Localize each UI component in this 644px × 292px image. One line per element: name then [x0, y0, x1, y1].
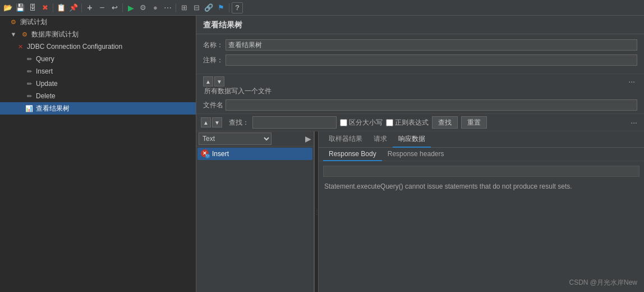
- sidebar-item-update[interactable]: ✏ Update: [0, 77, 196, 90]
- sidebar-jdbc-label: JDBC Connection Configuration: [27, 43, 122, 51]
- result-tree-icon: 📊: [25, 104, 34, 113]
- save-all-icon[interactable]: 🗄: [27, 2, 38, 13]
- sidebar-root-label: 测试计划: [20, 17, 47, 27]
- tab-sampler-results[interactable]: 取样器结果: [323, 131, 368, 148]
- left-panel-content: ✕ 🛡 Insert: [196, 147, 314, 292]
- tab-response-data[interactable]: 响应数据: [393, 131, 431, 148]
- open-icon[interactable]: 📂: [2, 2, 13, 13]
- name-label: 名称：: [203, 40, 226, 50]
- stop-icon[interactable]: ✖: [39, 2, 50, 13]
- search-label: 查找：: [229, 118, 249, 127]
- sidebar-item-insert[interactable]: ✏ Insert: [0, 65, 196, 77]
- copy-icon[interactable]: 📋: [56, 2, 67, 13]
- sep3: [122, 3, 123, 12]
- filename-label: 文件名: [203, 101, 226, 110]
- search-more-btn[interactable]: ···: [628, 118, 640, 127]
- comment-input[interactable]: [226, 54, 637, 66]
- sidebar-item-jdbc[interactable]: ✕ JDBC Connection Configuration: [0, 40, 196, 53]
- sep5: [229, 3, 229, 12]
- result-item-insert[interactable]: ✕ 🛡 Insert: [197, 148, 312, 160]
- regex-label[interactable]: 正则表达式: [386, 118, 429, 127]
- note-more-btn[interactable]: ···: [626, 77, 637, 86]
- sub-tabs-row: Response Body Response headers: [319, 148, 644, 161]
- sep2: [81, 3, 82, 12]
- left-panel-arrow-icon: ▶: [305, 134, 311, 143]
- delete-icon: ✏: [25, 92, 34, 101]
- dots-icon[interactable]: ⋯: [162, 2, 173, 13]
- sidebar-item-result-tree[interactable]: 📊 查看结果树: [0, 102, 196, 115]
- note-text: 所有数据写入一个文件: [203, 86, 637, 96]
- note-toolbar-left: ▲ ▼: [203, 76, 224, 86]
- comment-label: 注释：: [203, 56, 226, 65]
- comment-row: 注释：: [203, 54, 637, 66]
- left-panel-toolbar: Text RegExp Tester CSS/JQuery Tester XPa…: [196, 131, 314, 147]
- help-icon[interactable]: ?: [232, 2, 243, 13]
- query-icon: ✏: [25, 54, 34, 63]
- jdbc-icon: ✕: [16, 42, 25, 51]
- sidebar-db-plan-label: 数据库测试计划: [31, 30, 79, 39]
- down-arrow-btn[interactable]: ▼: [214, 76, 224, 86]
- main-layout: ⚙ 测试计划 ▼ ⚙ 数据库测试计划 ✕ JDBC Connection Con…: [0, 16, 644, 292]
- filename-input[interactable]: [226, 99, 637, 111]
- content-area: 查看结果树 名称： 注释： ▲ ▼ ··· 所有数据写入一个文件: [196, 16, 644, 292]
- tab-request[interactable]: 请求: [368, 131, 393, 148]
- response-error-text: Statement.executeQuery() cannot issue st…: [323, 180, 640, 193]
- save-icon[interactable]: 💾: [15, 2, 26, 13]
- test-plan-icon: ⚙: [9, 17, 18, 26]
- form-area: 名称： 注释：: [196, 34, 644, 74]
- circle-icon[interactable]: ●: [150, 2, 161, 13]
- search-up-btn[interactable]: ▲: [201, 117, 211, 127]
- run-icon[interactable]: ▶: [125, 2, 136, 13]
- sep4: [176, 3, 176, 12]
- toolbar: 📂 💾 🗄 ✖ 📋 📌 + − ↩ ▶ ⚙ ● ⋯ ⊞ ⊟ 🔗 ⚑ ?: [0, 0, 644, 16]
- search-down-btn[interactable]: ▼: [212, 117, 222, 127]
- paste-icon[interactable]: 📌: [68, 2, 79, 13]
- insert-icon: ✏: [25, 67, 34, 76]
- db-plan-icon: ⚙: [20, 30, 29, 39]
- grid-icon[interactable]: ⊟: [191, 2, 202, 13]
- sep1: [53, 3, 53, 12]
- content-title: 查看结果树: [196, 16, 644, 34]
- link-icon[interactable]: 🔗: [203, 2, 214, 13]
- name-input[interactable]: [226, 39, 637, 51]
- case-sensitive-checkbox[interactable]: [340, 119, 347, 126]
- reset-button[interactable]: 重置: [461, 116, 487, 129]
- flag-icon[interactable]: ⚑: [215, 2, 227, 13]
- sidebar-item-db-plan[interactable]: ▼ ⚙ 数据库测试计划: [0, 28, 196, 40]
- regex-checkbox[interactable]: [386, 119, 393, 126]
- up-arrow-btn[interactable]: ▲: [203, 76, 213, 86]
- sidebar-item-delete[interactable]: ✏ Delete: [0, 90, 196, 102]
- search-input[interactable]: [252, 116, 337, 129]
- sidebar-query-label: Query: [36, 55, 54, 63]
- left-panel: Text RegExp Tester CSS/JQuery Tester XPa…: [196, 131, 314, 292]
- sidebar: ⚙ 测试计划 ▼ ⚙ 数据库测试计划 ✕ JDBC Connection Con…: [0, 16, 196, 292]
- tabs-row: 取样器结果 请求 响应数据: [319, 131, 644, 148]
- response-content: Statement.executeQuery() cannot issue st…: [319, 161, 644, 292]
- response-bar: [323, 166, 640, 177]
- sidebar-insert-label: Insert: [36, 67, 53, 75]
- right-panel: 取样器结果 请求 响应数据 Response Body Response: [319, 131, 644, 292]
- name-row: 名称：: [203, 39, 637, 51]
- table-icon[interactable]: ⊞: [178, 2, 190, 13]
- sidebar-item-query[interactable]: ✏ Query: [0, 53, 196, 65]
- db-plan-expand-icon: ▼: [9, 30, 18, 39]
- case-sensitive-label[interactable]: 区分大小写: [340, 118, 383, 127]
- remove-icon[interactable]: −: [96, 2, 108, 13]
- sidebar-delete-label: Delete: [36, 92, 56, 100]
- bottom-split: Text RegExp Tester CSS/JQuery Tester XPa…: [196, 131, 644, 292]
- debug-icon[interactable]: ⚙: [137, 2, 149, 13]
- filename-row: 文件名: [203, 99, 637, 111]
- result-error-icon: ✕ 🛡: [201, 149, 210, 158]
- sidebar-item-root[interactable]: ⚙ 测试计划: [0, 16, 196, 28]
- add-icon[interactable]: +: [84, 2, 95, 13]
- type-select[interactable]: Text RegExp Tester CSS/JQuery Tester XPa…: [199, 133, 272, 145]
- sub-tab-response-headers[interactable]: Response headers: [382, 148, 450, 161]
- sidebar-update-label: Update: [36, 80, 58, 88]
- update-icon: ✏: [25, 79, 34, 88]
- drag-handle[interactable]: ⋮: [314, 131, 319, 292]
- sidebar-result-tree-label: 查看结果树: [36, 104, 70, 113]
- undo-icon[interactable]: ↩: [109, 2, 120, 13]
- search-row: ▲ ▼ 查找： 区分大小写 正则表达式 查找 重置 ···: [196, 114, 644, 131]
- sub-tab-response-body[interactable]: Response Body: [323, 148, 382, 161]
- find-button[interactable]: 查找: [432, 116, 458, 129]
